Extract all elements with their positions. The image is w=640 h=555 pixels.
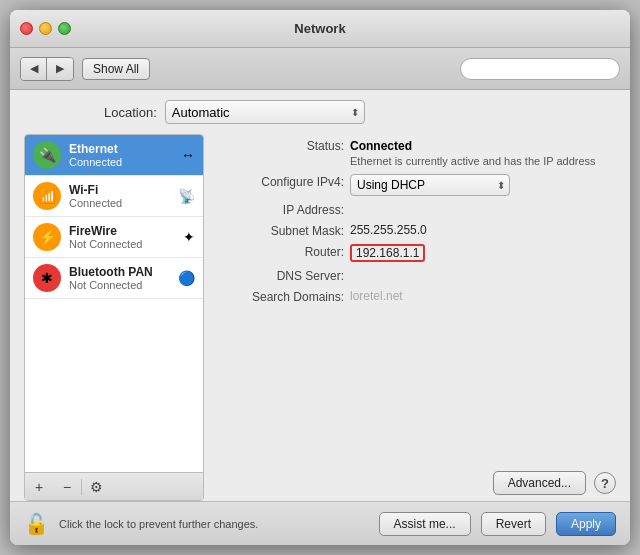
search-wrapper: 🔍 (460, 58, 620, 80)
sidebar-toolbar: + − ⚙ (25, 472, 203, 500)
location-select[interactable]: Automatic Edit Locations... (165, 100, 365, 124)
titlebar: Network (10, 10, 630, 48)
maximize-button[interactable] (58, 22, 71, 35)
remove-connection-button[interactable]: − (53, 473, 81, 501)
sidebar-item-wifi[interactable]: 📶 Wi-Fi Connected 📡 (25, 176, 203, 217)
bluetooth-name: Bluetooth PAN (69, 265, 170, 279)
apply-button[interactable]: Apply (556, 512, 616, 536)
router-value: 192.168.1.1 (350, 244, 425, 262)
right-panel: Status: Connected Ethernet is currently … (214, 134, 616, 501)
sidebar-item-bluetooth[interactable]: ✱ Bluetooth PAN Not Connected 🔵 (25, 258, 203, 299)
traffic-lights (20, 22, 71, 35)
add-connection-button[interactable]: + (25, 473, 53, 501)
status-description: Ethernet is currently active and has the… (350, 155, 596, 167)
lock-icon[interactable]: 🔓 (24, 512, 49, 536)
ethernet-name: Ethernet (69, 142, 173, 156)
dns-label: DNS Server: (214, 268, 344, 283)
search-domains-value: loretel.net (350, 289, 403, 303)
toolbar: ◀ ▶ Show All 🔍 (10, 48, 630, 90)
ip-label: IP Address: (214, 202, 344, 217)
wifi-name: Wi-Fi (69, 183, 170, 197)
subnet-label: Subnet Mask: (214, 223, 344, 238)
show-all-button[interactable]: Show All (82, 58, 150, 80)
close-button[interactable] (20, 22, 33, 35)
minimize-button[interactable] (39, 22, 52, 35)
subnet-row: Subnet Mask: 255.255.255.0 (214, 223, 616, 238)
status-row: Status: Connected Ethernet is currently … (214, 138, 616, 168)
bluetooth-status: Not Connected (69, 279, 170, 291)
main-panel: 🔌 Ethernet Connected ↔ 📶 Wi-Fi Connected (24, 134, 616, 501)
firewire-name: FireWire (69, 224, 175, 238)
router-row: Router: 192.168.1.1 (214, 244, 616, 262)
search-input[interactable] (460, 58, 620, 80)
ethernet-status: Connected (69, 156, 173, 168)
bottom-bar: 🔓 Click the lock to prevent further chan… (10, 501, 630, 545)
search-domains-label: Search Domains: (214, 289, 344, 304)
info-grid: Status: Connected Ethernet is currently … (214, 134, 616, 463)
router-label: Router: (214, 244, 344, 259)
content-area: Location: Automatic Edit Locations... ⬍ … (10, 90, 630, 501)
bluetooth-status-icon: ✱ (33, 264, 61, 292)
status-label: Status: (214, 138, 344, 153)
firewire-status: Not Connected (69, 238, 175, 250)
network-window: Network ◀ ▶ Show All 🔍 Location: Automat… (10, 10, 630, 545)
configure-label: Configure IPv4: (214, 174, 344, 189)
location-row: Location: Automatic Edit Locations... ⬍ (24, 100, 616, 124)
configure-select[interactable]: Using DHCP Manually Using BootP Off (350, 174, 510, 196)
assist-button[interactable]: Assist me... (379, 512, 471, 536)
advanced-button[interactable]: Advanced... (493, 471, 586, 495)
firewire-indicator-icon: ✦ (183, 229, 195, 245)
sidebar-item-ethernet[interactable]: 🔌 Ethernet Connected ↔ (25, 135, 203, 176)
status-value: Connected (350, 139, 412, 153)
wifi-status: Connected (69, 197, 170, 209)
search-domains-row: Search Domains: loretel.net (214, 289, 616, 304)
ip-row: IP Address: (214, 202, 616, 217)
wifi-indicator-icon: 📡 (178, 188, 195, 204)
sidebar-list: 🔌 Ethernet Connected ↔ 📶 Wi-Fi Connected (25, 135, 203, 472)
help-button[interactable]: ? (594, 472, 616, 494)
lock-text: Click the lock to prevent further change… (59, 518, 369, 530)
dns-row: DNS Server: (214, 268, 616, 283)
subnet-value: 255.255.255.0 (350, 223, 427, 237)
settings-button[interactable]: ⚙ (82, 473, 110, 501)
wifi-status-icon: 📶 (33, 182, 61, 210)
right-actions: Advanced... ? (214, 463, 616, 501)
nav-buttons: ◀ ▶ (20, 57, 74, 81)
sidebar-item-firewire[interactable]: ⚡ FireWire Not Connected ✦ (25, 217, 203, 258)
ethernet-indicator-icon: ↔ (181, 147, 195, 163)
revert-button[interactable]: Revert (481, 512, 546, 536)
bluetooth-indicator-icon: 🔵 (178, 270, 195, 286)
window-title: Network (294, 21, 345, 36)
configure-row: Configure IPv4: Using DHCP Manually Usin… (214, 174, 616, 196)
sidebar: 🔌 Ethernet Connected ↔ 📶 Wi-Fi Connected (24, 134, 204, 501)
ethernet-status-icon: 🔌 (33, 141, 61, 169)
forward-button[interactable]: ▶ (47, 58, 73, 80)
location-select-wrapper: Automatic Edit Locations... ⬍ (165, 100, 365, 124)
configure-select-wrapper: Using DHCP Manually Using BootP Off ⬍ (350, 174, 510, 196)
firewire-status-icon: ⚡ (33, 223, 61, 251)
location-label: Location: (104, 105, 157, 120)
back-button[interactable]: ◀ (21, 58, 47, 80)
